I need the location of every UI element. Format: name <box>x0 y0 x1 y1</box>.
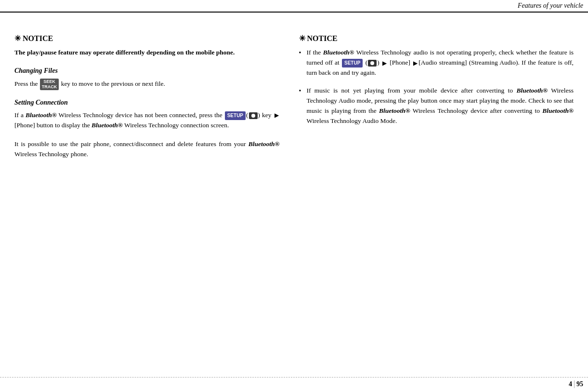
bullet-text-2: If music is not yet playing from your mo… <box>307 86 574 126</box>
bluetooth-ref-2: Bluetooth® <box>91 121 123 129</box>
page-footer: 4 95 <box>0 377 588 391</box>
header-title: Features of your vehicle <box>518 0 583 10</box>
arrow-1: ▶ <box>274 111 279 120</box>
bluetooth-ref-5: Bluetooth® <box>516 87 548 94</box>
section2-para2: It is possible to use the pair phone, co… <box>14 139 280 160</box>
notice1-header: ✳ NOTICE <box>14 34 280 43</box>
notice2-symbol: ✳ NOTICE <box>299 34 338 42</box>
main-content: ✳ NOTICE The play/pause feature may oper… <box>0 19 588 372</box>
list-item: • If music is not yet playing from your … <box>299 86 574 126</box>
page-number: 95 <box>576 380 583 388</box>
notice2-header: ✳ NOTICE <box>299 34 574 43</box>
bluetooth-ref-4: Bluetooth® <box>323 49 354 56</box>
section2-para1: If a Bluetooth® Wireless Technology devi… <box>14 110 280 131</box>
bluetooth-ref-6: Bluetooth® <box>379 107 410 114</box>
bluetooth-ref-3: Bluetooth® <box>248 140 280 148</box>
page-header: Features of your vehicle <box>0 0 588 13</box>
notice1-body: The play/pause feature may operate diffe… <box>14 48 280 57</box>
bullet-dot-2: • <box>299 86 307 96</box>
left-column: ✳ NOTICE The play/pause feature may oper… <box>14 24 294 367</box>
arrow-2: ▶ <box>382 59 387 68</box>
section1-heading: Changing Files <box>14 67 280 75</box>
bullet-text-1: If the Bluetooth® Wireless Technology au… <box>307 48 574 78</box>
arrow-3: ▶ <box>413 59 418 68</box>
setup-key-1: SETUP <box>225 111 246 120</box>
setup-icon-1 <box>249 112 258 119</box>
bullet-dot-1: • <box>299 48 307 58</box>
notice2-bullet-list: • If the Bluetooth® Wireless Technology … <box>299 48 574 126</box>
bluetooth-ref-7: Bluetooth® <box>542 107 574 114</box>
bluetooth-ref-1: Bluetooth® <box>26 111 57 119</box>
notice1-symbol: ✳ NOTICE <box>14 34 53 42</box>
setup-icon-2 <box>368 60 377 67</box>
footer-page-info: 4 95 <box>569 380 583 388</box>
chapter-number: 4 <box>569 380 575 388</box>
seek-track-key: SEEKTRACK <box>40 79 59 90</box>
right-column: ✳ NOTICE • If the Bluetooth® Wireless Te… <box>294 24 574 367</box>
section1-text: Press the SEEKTRACK key to move to the p… <box>14 79 280 90</box>
list-item: • If the Bluetooth® Wireless Technology … <box>299 48 574 78</box>
setup-key-2: SETUP <box>342 59 363 67</box>
section2-heading: Setting Connection <box>14 99 280 107</box>
